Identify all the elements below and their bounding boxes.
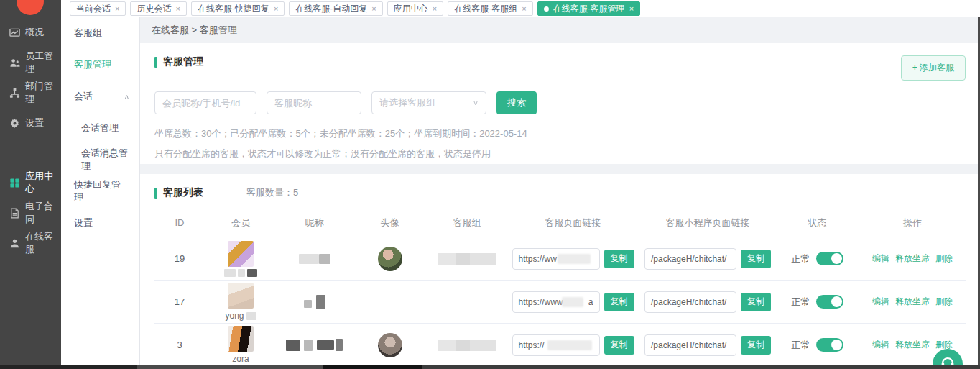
delete-link[interactable]: 删除 (935, 296, 953, 308)
avatar (378, 247, 402, 271)
member-cell: zora (205, 326, 277, 364)
employees-icon (9, 58, 20, 68)
mini-link-input[interactable]: /packageH/chitchat/ (644, 291, 736, 313)
mini-link-cell: /packageH/chitchat/ 复制 (639, 291, 776, 313)
mini-link-cell: /packageH/chitchat/ 复制 (639, 248, 776, 270)
tab-history-session[interactable]: 历史会话× (130, 1, 186, 16)
search-button[interactable]: 搜索 (496, 91, 537, 114)
tab-service-group[interactable]: 在线客服-客服组× (448, 1, 532, 16)
sidebar-item-label: 应用中心 (25, 170, 61, 196)
status-cell: 正常 (776, 252, 859, 265)
member-avatar (228, 283, 254, 309)
app-center-icon (9, 178, 20, 188)
edit-link[interactable]: 编辑 (872, 252, 889, 265)
sidebar-item-label: 在线客服 (25, 230, 61, 256)
copy-button[interactable]: 复制 (741, 293, 771, 311)
status-toggle[interactable] (816, 295, 843, 309)
sidebar-item-contract[interactable]: 电子合同 (0, 198, 61, 228)
group-select[interactable]: 请选择客服组 ∨ (371, 91, 486, 114)
nickname-cell (277, 339, 352, 351)
menu-item-settings[interactable]: 设置 (61, 207, 139, 239)
active-dot-icon (544, 6, 549, 12)
close-icon[interactable]: × (522, 5, 526, 13)
page-link-input[interactable]: https://ww (512, 248, 600, 270)
menu-item-session[interactable]: 会话∧ (61, 81, 139, 112)
tab-quick-reply[interactable]: 在线客服-快捷回复× (191, 1, 285, 16)
page-link-input[interactable]: https://wwwa (512, 291, 600, 313)
sidebar-item-settings[interactable]: 设置 (0, 108, 61, 138)
sidebar-item-label: 设置 (25, 117, 44, 129)
release-seat-link[interactable]: 释放坐席 (895, 296, 930, 308)
group-cell (427, 253, 507, 265)
delete-link[interactable]: 删除 (935, 252, 953, 265)
primary-nav: 概况 员工管理 部门管理 设置 应用中心 电子合同 在线客服 (0, 17, 61, 258)
row-id: 17 (154, 296, 205, 307)
menu-item-session-message-manage[interactable]: 会话消息管理 (61, 144, 139, 176)
row-id: 19 (154, 253, 205, 264)
member-search-input[interactable] (154, 91, 256, 114)
avatar (378, 333, 402, 357)
panel-title: 客服管理 (163, 55, 203, 68)
tab-current-session[interactable]: 当前会话× (70, 1, 126, 16)
copy-button[interactable]: 复制 (604, 250, 634, 268)
close-icon[interactable]: × (371, 5, 376, 13)
copy-button[interactable]: 复制 (741, 336, 771, 355)
table-row: 19 https://ww 复制 /packageH/chitchat/ 复制 … (154, 237, 966, 281)
close-icon[interactable]: × (274, 5, 278, 13)
mini-link-cell: /packageH/chitchat/ 复制 (639, 334, 776, 356)
close-icon[interactable]: × (115, 5, 119, 13)
section-marker (154, 188, 157, 199)
secondary-sidebar: 客服组 客服管理 会话∧ 会话管理 会话消息管理 快捷回复管理 设置 (61, 17, 140, 369)
status-cell: 正常 (776, 338, 859, 352)
mini-link-input[interactable]: /packageH/chitchat/ (644, 248, 736, 270)
close-icon[interactable]: × (433, 5, 437, 13)
copy-button[interactable]: 复制 (741, 250, 771, 268)
sidebar-item-departments[interactable]: 部门管理 (0, 78, 61, 108)
service-manage-panel: 客服管理 + 添加客服 请选择客服组 ∨ 搜索 坐席总数：30个；已分配坐席数：… (140, 43, 980, 164)
status-label: 正常 (792, 296, 810, 309)
nickname-search-input[interactable] (267, 91, 361, 114)
sidebar-item-label: 电子合同 (25, 200, 61, 226)
edit-link[interactable]: 编辑 (872, 339, 889, 351)
copy-button[interactable]: 复制 (604, 293, 634, 311)
status-toggle[interactable] (816, 252, 843, 265)
tab-auto-reply[interactable]: 在线客服-自动回复× (289, 1, 382, 16)
mini-link-input[interactable]: /packageH/chitchat/ (644, 334, 736, 356)
sidebar-item-label: 部门管理 (25, 80, 61, 106)
seat-stats-text: 坐席总数：30个；已分配坐席数：5个；未分配坐席数：25个；坐席到期时间：202… (154, 127, 966, 140)
add-service-button[interactable]: + 添加客服 (901, 55, 966, 81)
release-seat-link[interactable]: 释放坐席 (895, 339, 930, 351)
sidebar-item-overview[interactable]: 概况 (0, 17, 61, 47)
status-label: 正常 (792, 252, 810, 265)
menu-item-quick-reply-manage[interactable]: 快捷回复管理 (61, 176, 139, 207)
sidebar-item-online-service[interactable]: 在线客服 (0, 228, 61, 258)
nickname-cell (277, 295, 352, 309)
sidebar-item-employees[interactable]: 员工管理 (0, 47, 61, 78)
menu-item-service-group[interactable]: 客服组 (61, 17, 139, 49)
contract-icon (9, 208, 20, 219)
overview-icon (9, 27, 20, 38)
table-header: ID 会员 昵称 头像 客服组 客服页面链接 客服小程序页面链接 状态 操作 (154, 209, 966, 237)
close-icon[interactable]: × (175, 5, 180, 13)
menu-item-session-manage[interactable]: 会话管理 (61, 112, 139, 144)
status-label: 正常 (792, 339, 810, 352)
page-link-input[interactable]: https:// (512, 334, 600, 356)
copy-button[interactable]: 复制 (604, 336, 634, 355)
close-icon[interactable]: × (629, 5, 634, 13)
status-toggle[interactable] (816, 338, 843, 352)
edit-link[interactable]: 编辑 (872, 296, 889, 308)
main-content: 在线客服 > 客服管理 客服管理 + 添加客服 请选择客服组 ∨ 搜索 坐席总数… (140, 17, 980, 369)
sidebar-item-app-center[interactable]: 应用中心 (0, 168, 61, 198)
tab-service-manage-active[interactable]: 在线客服-客服管理× (537, 1, 640, 16)
list-title: 客服列表 (163, 186, 203, 199)
release-seat-link[interactable]: 释放坐席 (895, 252, 930, 265)
table-row: 3 zora https:// 复制 /packageH/chitchat/ 复… (154, 324, 966, 367)
table-row: 17 yong https://wwwa 复制 /packageH/chitch… (154, 281, 966, 324)
tab-app-center[interactable]: 应用中心× (387, 1, 443, 16)
menu-item-service-manage[interactable]: 客服管理 (61, 49, 139, 81)
status-cell: 正常 (776, 295, 859, 309)
service-list-panel: 客服列表 客服数量：5 ID 会员 昵称 头像 客服组 客服页面链接 客服小程序… (140, 174, 980, 369)
actions-cell: 编辑 释放坐席 删除 (859, 252, 966, 265)
nickname-cell (277, 254, 352, 264)
page-link-cell: https://ww 复制 (507, 248, 639, 270)
